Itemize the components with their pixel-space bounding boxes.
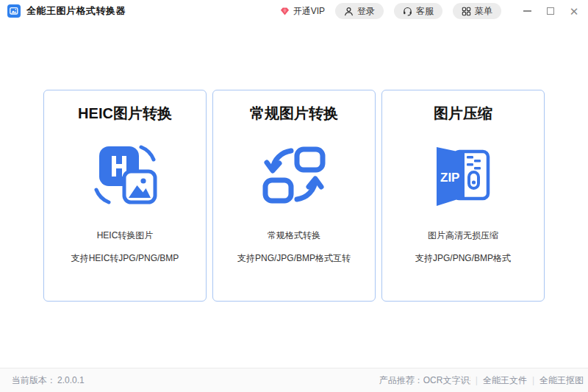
card-image-compress[interactable]: 图片压缩 ZIP 图片高清无损压缩 支持JPG/PNG/BMP格式 (381, 90, 545, 302)
link-ocr[interactable]: OCR文字识别 (423, 374, 470, 387)
close-button[interactable]: ✕ (566, 3, 582, 19)
card-title: 常规图片转换 (250, 104, 338, 124)
app-logo-icon (7, 4, 21, 18)
product-recommendations: 产品推荐： OCR文字识别 | 全能王文件 | 全能王抠图 (379, 374, 584, 387)
minimize-icon (523, 10, 531, 12)
app-title: 全能王图片格式转换器 (26, 4, 126, 18)
open-vip-label: 开通VIP (293, 5, 325, 18)
login-label: 登录 (357, 5, 375, 18)
link-matting[interactable]: 全能王抠图 (539, 374, 584, 387)
app-identity: 全能王图片格式转换器 (7, 4, 126, 18)
support-label: 客服 (416, 5, 434, 18)
menu-button[interactable]: 菜单 (453, 3, 501, 19)
card-formats: 支持PNG/JPG/BMP格式互转 (237, 252, 351, 265)
support-button[interactable]: 客服 (394, 3, 442, 19)
link-file[interactable]: 全能王文件 (483, 374, 527, 387)
card-description: HEIC转换图片 (97, 229, 154, 242)
grid-menu-icon (462, 7, 471, 16)
person-icon (344, 7, 354, 16)
card-title: 图片压缩 (434, 104, 492, 124)
card-description: 图片高清无损压缩 (428, 229, 498, 242)
headset-icon (403, 7, 412, 16)
titlebar-actions: 开通VIP 登录 客服 (279, 3, 582, 19)
link-divider: | (476, 375, 478, 385)
svg-text:ZIP: ZIP (440, 171, 459, 185)
zip-compress-icon: ZIP (428, 140, 498, 210)
minimize-button[interactable] (519, 3, 535, 19)
close-icon: ✕ (570, 6, 579, 17)
recommend-label: 产品推荐： (379, 374, 423, 387)
feature-cards: HEIC图片转换 HEIC转换图片 支持HEIC转JPG/PNG/BMP 常规图… (0, 90, 588, 302)
open-vip-button[interactable]: 开通VIP (279, 5, 325, 18)
status-bar: 当前版本： 2.0.0.1 产品推荐： OCR文字识别 | 全能王文件 | 全能… (0, 368, 588, 392)
window-controls: ✕ (519, 3, 582, 19)
version-info: 当前版本： 2.0.0.1 (12, 374, 85, 387)
version-label: 当前版本： (12, 374, 56, 387)
version-value: 2.0.0.1 (57, 375, 85, 385)
diamond-vip-icon (279, 7, 290, 16)
title-bar: 全能王图片格式转换器 开通VIP 登录 (0, 0, 588, 22)
main-area: HEIC图片转换 HEIC转换图片 支持HEIC转JPG/PNG/BMP 常规图… (0, 22, 588, 368)
link-divider: | (532, 375, 534, 385)
card-format-convert[interactable]: 常规图片转换 常规格式转换 支持PNG/JPG/BMP格式互转 (212, 90, 376, 302)
card-formats: 支持JPG/PNG/BMP格式 (415, 252, 511, 265)
menu-label: 菜单 (475, 5, 492, 18)
card-heic-convert[interactable]: HEIC图片转换 HEIC转换图片 支持HEIC转JPG/PNG/BMP (43, 90, 207, 302)
maximize-button[interactable] (542, 3, 559, 19)
card-title: HEIC图片转换 (78, 104, 172, 124)
heic-convert-icon (90, 140, 160, 210)
card-formats: 支持HEIC转JPG/PNG/BMP (71, 252, 179, 265)
card-description: 常规格式转换 (268, 229, 320, 242)
app-window: 全能王图片格式转换器 开通VIP 登录 (0, 0, 588, 392)
login-button[interactable]: 登录 (335, 3, 384, 19)
maximize-icon (547, 7, 554, 15)
format-convert-icon (259, 140, 329, 210)
